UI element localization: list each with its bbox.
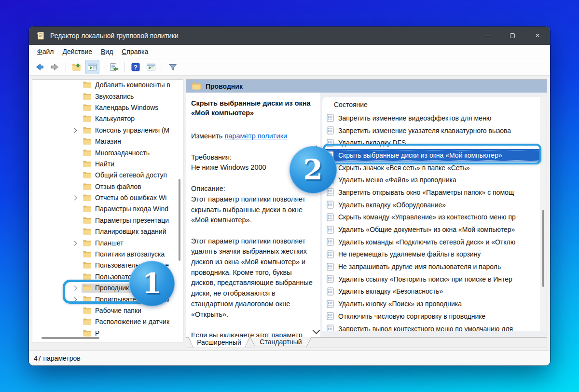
policy-item-label: Удалить команды «Подключить сетевой диск… bbox=[338, 238, 515, 246]
policy-list-item[interactable]: Удалить меню «Файл» из проводника bbox=[322, 174, 541, 186]
tree-item[interactable]: Параметры презентаци bbox=[32, 215, 183, 226]
policy-setting-link[interactable]: параметр политики bbox=[224, 132, 287, 140]
tree-item[interactable]: Политики автозапуска bbox=[32, 249, 183, 260]
policy-list: Состояние Запретить изменение видеоэффек… bbox=[322, 97, 541, 331]
tree-item[interactable]: Отчеты об ошибках Wi bbox=[32, 192, 183, 203]
close-icon[interactable]: × bbox=[525, 27, 550, 45]
folder-icon bbox=[83, 217, 91, 224]
export-list-icon[interactable] bbox=[107, 60, 121, 74]
policy-item-label: Удалить вкладку «Оборудование» bbox=[338, 201, 446, 209]
back-icon[interactable] bbox=[33, 60, 46, 74]
folder-icon bbox=[192, 82, 201, 90]
policy-list-item[interactable]: Удалить вкладку «Безопасность» bbox=[322, 285, 541, 298]
policy-list-item[interactable]: Удалить ссылку «Повторить поиск» при пои… bbox=[322, 273, 541, 285]
chevron-right-icon[interactable] bbox=[72, 196, 77, 201]
minimize-icon[interactable] bbox=[475, 27, 500, 45]
tree-item[interactable]: Календарь Windows bbox=[32, 102, 183, 113]
tree-item[interactable]: Калькулятор bbox=[32, 113, 183, 124]
policy-list-item[interactable]: Удалить кнопку «Поиск» из проводника bbox=[322, 297, 541, 310]
edit-policy-line: Изменить параметр политики bbox=[191, 131, 314, 142]
chevron-right-icon[interactable] bbox=[72, 286, 77, 291]
policy-list-item[interactable]: Не запрашивать другие имя пользователя и… bbox=[322, 260, 541, 273]
tree-item[interactable]: Расположение и датчик bbox=[32, 316, 183, 327]
policy-setting-icon bbox=[327, 188, 334, 196]
show-pane-icon[interactable] bbox=[144, 60, 158, 74]
help-icon[interactable]: ? bbox=[129, 60, 142, 74]
policy-list-item[interactable]: Отключить числовую сортировку в проводни… bbox=[322, 310, 541, 323]
tree-item-label: Магазин bbox=[95, 137, 121, 145]
policy-list-item[interactable]: Удалить команды «Подключить сетевой диск… bbox=[322, 236, 541, 248]
policy-list-item[interactable]: Запретить открывать окно «Параметры папо… bbox=[322, 186, 541, 199]
tab-standard[interactable]: Стандартный bbox=[250, 337, 312, 347]
policy-list-area: Состояние Запретить изменение видеоэффек… bbox=[320, 93, 547, 338]
tree-item-label: Калькулятор bbox=[95, 115, 135, 122]
tree-item[interactable]: Звукозапись bbox=[32, 91, 183, 102]
policy-item-label: Запретить изменение указателя клавиатурн… bbox=[338, 127, 511, 135]
folder-icon bbox=[83, 284, 91, 291]
policy-setting-icon bbox=[327, 213, 334, 221]
tree-item-label: Проводник bbox=[95, 284, 129, 292]
annotation-badge-2: 2 bbox=[290, 146, 337, 193]
policy-list-item[interactable]: Скрыть значок «Вся сеть» в папке «Сеть» bbox=[322, 162, 541, 174]
chevron-right-icon[interactable] bbox=[72, 128, 77, 133]
policy-list-item[interactable]: Запретить изменение указателя клавиатурн… bbox=[322, 124, 541, 137]
forward-icon[interactable] bbox=[48, 60, 62, 74]
toolbar-separator bbox=[103, 62, 103, 72]
tree-item[interactable]: Отзыв файлов bbox=[32, 181, 183, 192]
tab-extended[interactable]: Расширенный bbox=[188, 337, 250, 348]
column-header-state[interactable]: Состояние bbox=[322, 97, 541, 108]
menu-item[interactable]: Вид bbox=[96, 46, 117, 57]
chevron-right-icon[interactable] bbox=[72, 241, 77, 245]
tree-item[interactable]: Общий сетевой доступ bbox=[32, 170, 183, 181]
toolbar-separator bbox=[162, 62, 162, 72]
policy-setting-icon bbox=[327, 238, 334, 246]
tree-item[interactable]: Найти bbox=[32, 159, 183, 170]
policy-list-item[interactable]: Удалить вкладку «Оборудование» bbox=[322, 199, 541, 211]
policy-list-item[interactable]: Скрыть выбранные диски из окна «Мой комп… bbox=[322, 149, 541, 162]
policy-list-item[interactable]: Удалить вкладку DFS bbox=[322, 136, 541, 149]
policy-list-item[interactable]: Запретить изменение видеоэффектов для ме… bbox=[322, 112, 541, 124]
tree-item[interactable]: Добавить компоненты в bbox=[32, 80, 183, 91]
up-folder-icon[interactable] bbox=[70, 60, 83, 74]
tree-item[interactable]: Рабочие папки bbox=[32, 305, 183, 316]
tree-item[interactable]: Параметры входа Wind bbox=[32, 203, 183, 215]
policy-list-item[interactable]: Запретить вывод контекстного меню по умо… bbox=[322, 323, 541, 331]
list-vertical-scrollbar[interactable] bbox=[542, 210, 544, 287]
folder-icon bbox=[83, 127, 91, 134]
policy-list-item[interactable]: Удалить «Общие документы» из окна «Мой к… bbox=[322, 223, 541, 236]
folder-icon bbox=[83, 81, 91, 88]
menu-bar: Файл Действие Вид Справка bbox=[29, 45, 550, 58]
chevron-right-icon[interactable] bbox=[72, 297, 77, 302]
policy-item-label: Удалить вкладку DFS bbox=[338, 139, 406, 147]
folder-icon bbox=[83, 262, 91, 269]
edit-prefix: Изменить bbox=[191, 132, 224, 140]
folder-icon bbox=[83, 104, 91, 111]
policy-list-item[interactable]: Не перемещать удаляемые файлы в корзину bbox=[322, 248, 541, 261]
settings-pane: Проводник Скрыть выбранные диски из окна… bbox=[186, 79, 547, 348]
menu-item[interactable]: Действие bbox=[58, 46, 96, 57]
folder-icon bbox=[83, 318, 91, 325]
tree-item-label: Рабочие папки bbox=[95, 307, 141, 314]
policy-item-label: Скрыть выбранные диски из окна «Мой комп… bbox=[338, 151, 502, 159]
status-bar: 47 параметров bbox=[29, 351, 550, 365]
policy-list-item[interactable]: Скрыть команду «Управление» из контекстн… bbox=[322, 211, 541, 224]
policy-item-label: Скрыть команду «Управление» из контекстн… bbox=[338, 213, 516, 221]
console-tree-toggle-icon[interactable] bbox=[85, 60, 99, 74]
tree-item[interactable]: Магазин bbox=[32, 136, 183, 147]
tree-vertical-scrollbar[interactable] bbox=[179, 179, 180, 261]
list-vertical-scrollbar-track[interactable] bbox=[540, 97, 547, 331]
tree-item-label: Звукозапись bbox=[95, 93, 134, 100]
filter-icon[interactable] bbox=[166, 60, 179, 74]
menu-item[interactable]: Справка bbox=[117, 46, 152, 57]
gpedit-window: Редактор локальной групповой политики × … bbox=[29, 27, 550, 365]
pane-header: Проводник bbox=[186, 80, 547, 93]
tree-item[interactable]: Планировщик заданий bbox=[32, 226, 183, 237]
menu-item[interactable]: Файл bbox=[33, 46, 58, 57]
tree-item[interactable]: Планшет bbox=[32, 237, 183, 248]
policy-setting-icon bbox=[327, 226, 334, 234]
tree-item[interactable]: Консоль управления (М bbox=[32, 125, 183, 136]
tree-horizontal-scrollbar[interactable] bbox=[41, 337, 99, 339]
tree-item-label: Календарь Windows bbox=[95, 104, 158, 111]
maximize-icon[interactable] bbox=[500, 27, 525, 45]
tree-item[interactable]: Многозадачность bbox=[32, 147, 183, 158]
